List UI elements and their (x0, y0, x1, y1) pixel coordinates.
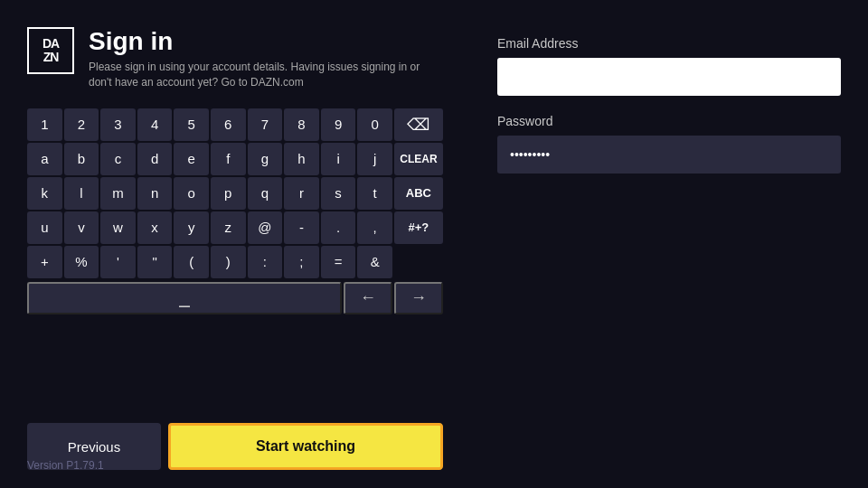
key-g[interactable]: g (248, 143, 283, 175)
password-input[interactable] (497, 136, 841, 174)
key-c[interactable]: c (100, 143, 136, 175)
space-key[interactable]: ⎯ (27, 282, 342, 314)
key-r[interactable]: r (284, 177, 319, 210)
key-1[interactable]: 1 (27, 108, 62, 141)
key-x[interactable]: x (137, 211, 173, 244)
left-panel: DAZN Sign in Please sign in using your a… (0, 0, 470, 488)
key-a[interactable]: a (27, 143, 62, 175)
key-w[interactable]: w (100, 211, 136, 244)
key-2[interactable]: 2 (64, 108, 99, 141)
key-p[interactable]: p (211, 177, 246, 210)
right-arrow-key[interactable]: → (394, 282, 443, 314)
key-d[interactable]: d (137, 143, 173, 175)
keyboard-row-special: + % ' " ( ) : ; = & (27, 246, 443, 278)
key-3[interactable]: 3 (100, 108, 136, 141)
key-quote[interactable]: " (137, 246, 173, 278)
keyboard: 1 2 3 4 5 6 7 8 9 0 ⌫ a b c d e f g (27, 108, 443, 416)
keyboard-row-kt: k l m n o p q r s t ABC (27, 177, 443, 210)
left-arrow-key[interactable]: ← (344, 282, 392, 314)
key-n[interactable]: n (137, 177, 173, 210)
key-plus[interactable]: + (27, 246, 62, 278)
key-comma[interactable]: , (357, 211, 392, 244)
email-input[interactable] (497, 58, 841, 96)
abc-key[interactable]: ABC (394, 177, 443, 210)
key-at[interactable]: @ (248, 211, 283, 244)
key-6[interactable]: 6 (211, 108, 246, 141)
key-o[interactable]: o (174, 177, 209, 210)
key-i[interactable]: i (321, 143, 356, 175)
keyboard-row-aj: a b c d e f g h i j CLEAR (27, 143, 443, 175)
password-field-group: Password (497, 114, 841, 174)
keyboard-row-uz: u v w x y z @ - . , #+? (27, 211, 443, 244)
key-l[interactable]: l (64, 177, 99, 210)
key-5[interactable]: 5 (174, 108, 209, 141)
key-8[interactable]: 8 (284, 108, 319, 141)
key-dot[interactable]: . (321, 211, 356, 244)
header-text: Sign in Please sign in using your accoun… (89, 27, 441, 90)
version-text: Version P1.79.1 (27, 459, 104, 472)
backspace-key[interactable]: ⌫ (394, 108, 443, 141)
clear-key[interactable]: CLEAR (394, 143, 443, 175)
key-percent[interactable]: % (64, 246, 99, 278)
email-label: Email Address (497, 36, 841, 51)
key-u[interactable]: u (27, 211, 62, 244)
key-k[interactable]: k (27, 177, 62, 210)
key-9[interactable]: 9 (321, 108, 356, 141)
key-e[interactable]: e (174, 143, 209, 175)
key-q[interactable]: q (248, 177, 283, 210)
key-0[interactable]: 0 (357, 108, 392, 141)
key-v[interactable]: v (64, 211, 99, 244)
key-t[interactable]: t (357, 177, 392, 210)
key-z[interactable]: z (211, 211, 246, 244)
page: DAZN Sign in Please sign in using your a… (0, 0, 868, 488)
key-dash[interactable]: - (284, 211, 319, 244)
key-apostrophe[interactable]: ' (100, 246, 136, 278)
key-b[interactable]: b (64, 143, 99, 175)
key-ampersand[interactable]: & (357, 246, 392, 278)
right-panel: Email Address Password (470, 0, 868, 488)
page-subtitle: Please sign in using your account detail… (89, 60, 441, 90)
start-watching-button[interactable]: Start watching (168, 423, 443, 470)
key-equals[interactable]: = (321, 246, 356, 278)
key-rparen[interactable]: ) (211, 246, 246, 278)
key-4[interactable]: 4 (137, 108, 173, 141)
key-colon[interactable]: : (248, 246, 283, 278)
header: DAZN Sign in Please sign in using your a… (27, 27, 443, 90)
key-y[interactable]: y (174, 211, 209, 244)
dazn-logo: DAZN (27, 27, 74, 74)
key-h[interactable]: h (284, 143, 319, 175)
keyboard-row-numbers: 1 2 3 4 5 6 7 8 9 0 ⌫ (27, 108, 443, 141)
key-s[interactable]: s (321, 177, 356, 210)
key-lparen[interactable]: ( (174, 246, 209, 278)
key-j[interactable]: j (357, 143, 392, 175)
spacebar-row: ⎯ ← → (27, 282, 443, 314)
special-key[interactable]: #+? (394, 211, 443, 244)
email-field-group: Email Address (497, 36, 841, 96)
page-title: Sign in (89, 27, 441, 56)
key-f[interactable]: f (211, 143, 246, 175)
key-semicolon[interactable]: ; (284, 246, 319, 278)
key-m[interactable]: m (100, 177, 136, 210)
key-7[interactable]: 7 (248, 108, 283, 141)
password-label: Password (497, 114, 841, 128)
